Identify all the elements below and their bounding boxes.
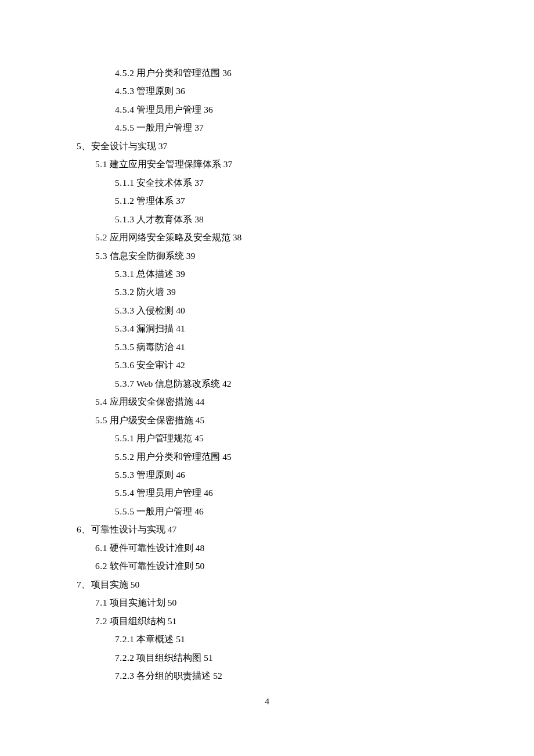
toc-entry: 7.2.2 项目组织结构图 51: [77, 649, 470, 667]
toc-entry-number: 5.5: [95, 415, 107, 425]
toc-entry-page: 51: [176, 634, 185, 644]
toc-entry: 5.1.1 安全技术体系 37: [77, 174, 470, 192]
toc-entry-number: 7.2.3: [115, 671, 135, 681]
toc-entry-title: 管理原则: [136, 86, 174, 96]
toc-entry-title: 入侵检测: [136, 305, 174, 315]
toc-entry-title: 防火墙: [136, 287, 164, 297]
toc-entry-number: 5.3.5: [115, 342, 135, 352]
toc-entry-title: 建立应用安全管理保障体系: [110, 159, 221, 169]
toc-entry-title: 用户分类和管理范围: [136, 452, 220, 462]
toc-entry-number: 5.5.5: [115, 506, 135, 516]
toc-entry-page: 42: [176, 360, 185, 370]
toc-entry: 5.2 应用网络安全策略及安全规范 38: [77, 228, 470, 246]
toc-entry-title: 安全审计: [136, 360, 174, 370]
toc-entry: 7.2.1 本章概述 51: [77, 630, 470, 648]
toc-entry: 5.3.7 Web 信息防篡改系统 42: [77, 375, 470, 393]
page-number: 4: [0, 696, 534, 707]
toc-entry: 4.5.4 管理员用户管理 36: [77, 100, 470, 118]
toc-entry-page: 38: [233, 232, 242, 242]
toc-entry-page: 51: [204, 653, 213, 663]
toc-entry-page: 48: [196, 543, 205, 553]
toc-entry-title: 硬件可靠性设计准则: [110, 543, 193, 553]
toc-entry: 5.3 信息安全防御系统 39: [77, 247, 470, 265]
toc-entry-number: 6.2: [95, 561, 107, 571]
toc-entry-title: 应用级安全保密措施: [110, 397, 193, 406]
toc-entry-title: 病毒防治: [136, 342, 174, 352]
toc-entry-number: 5.3: [95, 251, 107, 261]
toc-entry-page: 50: [168, 597, 177, 607]
toc-entry-number: 5、: [77, 141, 91, 151]
toc-entry: 5.1 建立应用安全管理保障体系 37: [77, 155, 470, 173]
toc-entry: 5.3.6 安全审计 42: [77, 356, 470, 374]
toc-entry-title: 一般用户管理: [136, 123, 192, 132]
toc-entry-page: 37: [176, 196, 185, 206]
toc-entry-title: 一般用户管理: [136, 506, 192, 516]
toc-entry-page: 39: [176, 269, 185, 279]
toc-entry-number: 5.5.1: [115, 433, 135, 443]
toc-entry-title: 项目组织结构: [110, 616, 165, 626]
toc-entry-page: 50: [196, 561, 205, 571]
toc-entry-title: 管理体系: [136, 196, 174, 206]
toc-entry-number: 5.3.7: [115, 379, 135, 388]
toc-entry: 6.1 硬件可靠性设计准则 48: [77, 539, 470, 557]
toc-entry-page: 40: [176, 305, 185, 315]
toc-entry-page: 46: [194, 506, 204, 516]
toc-entry-number: 6、: [77, 524, 91, 534]
toc-entry-page: 37: [223, 159, 233, 169]
toc-entry: 5.5.1 用户管理规范 45: [77, 429, 470, 447]
toc-entry-title: 用户管理规范: [136, 433, 192, 443]
toc-entry-title: 可靠性设计与实现: [91, 524, 165, 534]
toc-entry-title: 总体描述: [136, 269, 174, 279]
toc-entry: 7.1 项目实施计划 50: [77, 593, 470, 611]
toc-entry-page: 52: [213, 671, 222, 681]
toc-entry-title: 项目实施计划: [110, 597, 165, 607]
toc-entry: 5.3.4 漏洞扫描 41: [77, 319, 470, 337]
toc-entry-number: 5.1.2: [115, 196, 135, 206]
toc-entry: 5.5.3 管理原则 46: [77, 466, 470, 484]
toc-entry-number: 7、: [77, 579, 91, 589]
toc-entry-title: 用户分类和管理范围: [136, 68, 220, 78]
toc-entry-title: 项目实施: [91, 579, 128, 589]
toc-entry-number: 5.2: [95, 232, 107, 242]
toc-entry: 6.2 软件可靠性设计准则 50: [77, 557, 470, 575]
toc-entry-number: 5.1.1: [115, 178, 135, 188]
toc-entry-title: 软件可靠性设计准则: [110, 561, 193, 571]
toc-entry-page: 41: [176, 323, 185, 333]
toc-entry: 5.3.5 病毒防治 41: [77, 338, 470, 356]
toc-entry: 5.3.1 总体描述 39: [77, 265, 470, 283]
toc-entry-number: 5.3.6: [115, 360, 135, 370]
toc-entry-title: 人才教育体系: [136, 214, 192, 224]
toc-entry-number: 7.2: [95, 616, 107, 626]
toc-entry: 7.2.3 各分组的职责描述 52: [77, 667, 470, 685]
toc-entry-page: 51: [168, 616, 177, 626]
toc-entry-title: 管理员用户管理: [136, 105, 201, 114]
toc-entry-number: 6.1: [95, 543, 107, 553]
toc-entry-number: 5.3.3: [115, 305, 135, 315]
toc-entry-page: 50: [131, 579, 140, 589]
toc-entry-number: 7.1: [95, 597, 107, 607]
toc-entry: 5.3.2 防火墙 39: [77, 283, 470, 301]
toc-entry-number: 4.5.5: [115, 123, 135, 132]
toc-entry: 6、可靠性设计与实现 47: [77, 520, 470, 538]
toc-entry-number: 7.2.1: [115, 634, 135, 644]
toc-entry-page: 39: [167, 287, 176, 297]
toc-entry-title: 管理员用户管理: [136, 488, 201, 498]
toc-entry-number: 5.3.1: [115, 269, 135, 279]
toc-entry-number: 5.1: [95, 159, 107, 169]
toc-entry: 4.5.2 用户分类和管理范围 36: [77, 64, 470, 82]
toc-entry-title: 本章概述: [136, 634, 174, 644]
toc-entry-page: 45: [196, 415, 205, 425]
toc-entry-page: 36: [176, 86, 185, 96]
toc-entry: 4.5.3 管理原则 36: [77, 82, 470, 100]
toc-entry: 5.3.3 入侵检测 40: [77, 301, 470, 319]
toc-entry-number: 5.5.2: [115, 452, 135, 462]
toc-entry-title: 信息安全防御系统: [110, 251, 184, 261]
toc-entry-page: 44: [196, 397, 205, 406]
toc-entry-page: 37: [158, 141, 168, 151]
toc-entry-page: 37: [194, 123, 204, 132]
toc-entry: 5.1.3 人才教育体系 38: [77, 210, 470, 228]
toc-entry-page: 45: [222, 452, 232, 462]
toc-entry: 4.5.5 一般用户管理 37: [77, 118, 470, 136]
toc-entry-page: 36: [204, 105, 213, 114]
toc-entry-title: 安全技术体系: [136, 178, 192, 188]
